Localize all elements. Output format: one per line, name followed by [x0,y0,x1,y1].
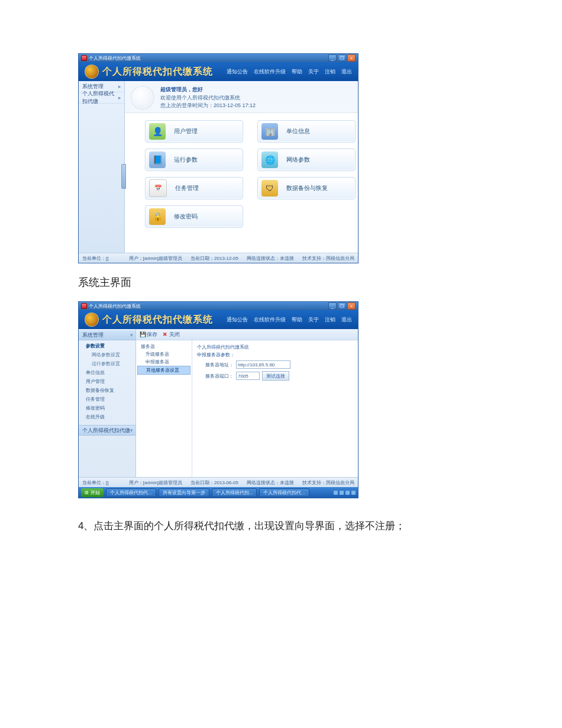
tray-icon [340,491,344,495]
book-icon: 📘 [149,152,166,168]
tile-label: 任务管理 [175,184,199,192]
server-port-input[interactable] [236,372,260,380]
tile-label: 数据备份与恢复 [286,184,328,192]
close-panel-button[interactable]: ✖ 关闭 [162,331,180,339]
link-exit[interactable]: 退出 [341,316,352,324]
status-support: 技术支持：国税信息分局 [302,479,354,486]
status-support: 技术支持：国税信息分局 [302,255,354,262]
link-notice[interactable]: 通知公告 [227,68,248,76]
taskbar-item[interactable]: 个人所得税代扣... [212,488,257,497]
server-address-input[interactable] [236,360,290,369]
tree-node-backup[interactable]: 数据备份恢复 [79,386,135,395]
windows-icon: ⊞ [85,490,89,495]
tree-node-pwd[interactable]: 修改密码 [79,404,135,413]
titlebar: 个人所得税代扣代缴系统 _ ▢ × [79,54,358,62]
sidebar-section-tax[interactable]: 个人所得税代扣代缴 ▾ [79,425,135,436]
chevron-right-icon: ▸ [118,83,121,89]
taskbar-item[interactable]: 个人所得税代扣代... [259,488,309,497]
start-button[interactable]: ⊞ 开始 [81,488,104,497]
taskbar-item[interactable]: 所有设置向导第一步 [159,488,209,497]
app-icon [81,303,87,309]
link-help[interactable]: 帮助 [292,68,302,76]
link-help[interactable]: 帮助 [292,316,302,324]
statusbar: 当前单位：[] 用户：[admin]超级管理员 当前日期：2013-06-05 … [79,477,358,487]
tile-run-params[interactable]: 📘 运行参数 [145,149,243,171]
link-logout[interactable]: 注销 [325,316,335,324]
tree-node-params[interactable]: 参数设置 [79,342,135,350]
sidebar: 系统管理 ▸ 个人所得税代扣代缴 ▸ [79,81,125,253]
min-button[interactable]: _ [328,302,337,310]
user-icon: 👤 [149,123,166,140]
window-title: 个人所得税代扣代缴系统 [89,55,141,62]
link-about[interactable]: 关于 [308,68,319,76]
tray-icon [351,491,356,495]
tree-node-user[interactable]: 用户管理 [79,377,135,386]
max-button[interactable]: ▢ [338,302,346,310]
system-tray[interactable] [334,491,356,495]
tray-icon [345,491,350,495]
app-title: 个人所得税代扣代缴系统 [102,314,227,326]
form-title: 个人所得税代扣代缴系统 [197,344,353,350]
save-icon: 💾 [140,331,146,337]
avatar-placeholder-icon [131,86,154,109]
tree-node-runparams[interactable]: 运行参数设置 [79,359,135,368]
toolbar-label: 保存 [147,331,157,339]
link-upgrade[interactable]: 在线软件升级 [254,68,286,76]
sidebar-item-label: 个人所得税代扣代缴 [82,90,118,105]
main-content: 💾 保存 ✖ 关闭 服务器 升级服务器 申报服务器 其他服务器设置 [136,329,358,477]
test-connection-button[interactable]: 测试连接 [262,371,289,381]
save-button[interactable]: 💾 保存 [140,331,157,339]
status-date: 当前日期：2013-06-05 [190,479,238,486]
lock-icon: 🔒 [149,208,166,225]
window-main-ui: 个人所得税代扣代缴系统 _ ▢ × 个人所得税代扣代缴系统 通知公告 在线软件升… [78,53,358,263]
link-upgrade[interactable]: 在线软件升级 [254,316,286,324]
link-about[interactable]: 关于 [308,316,319,324]
server-node-other[interactable]: 其他服务器设置 [137,366,190,375]
figure-caption: 系统主界面 [78,275,562,289]
sidebar-header[interactable]: 系统管理 ▾ [79,330,135,340]
tree-node-task[interactable]: 任务管理 [79,395,135,404]
sidebar-item-tax[interactable]: 个人所得税代扣代缴 ▸ [79,92,124,104]
app-title: 个人所得税代扣代缴系统 [102,66,227,78]
tile-label: 网络参数 [286,156,310,164]
link-exit[interactable]: 退出 [341,68,352,76]
min-button[interactable]: _ [328,54,337,62]
server-node-report[interactable]: 申报服务器 [137,358,190,366]
server-tree: 服务器 升级服务器 申报服务器 其他服务器设置 [136,340,192,477]
tile-label: 单位信息 [286,127,310,136]
collapse-handle[interactable] [121,164,126,189]
chevron-icon: ▾ [130,332,133,338]
close-button[interactable]: × [347,54,356,62]
server-node-upgrade[interactable]: 升级服务器 [137,350,190,358]
tile-task-mgmt[interactable]: 📅 任务管理 [145,177,243,199]
tile-unit-info[interactable]: 🏢 单位信息 [257,120,356,143]
welcome-line: 欢迎使用个人所得税代扣代缴系统 [160,94,256,102]
label-server-address: 服务器地址： [204,362,234,368]
main-content: 超级管理员，您好 欢迎使用个人所得税代扣代缴系统 您上次的登录时间为：2013-… [125,81,358,253]
start-label: 开始 [91,489,100,496]
banner-links: 通知公告 在线软件升级 帮助 关于 注销 退出 [227,316,358,324]
link-notice[interactable]: 通知公告 [227,316,248,324]
tile-label: 运行参数 [174,156,198,164]
tree-node-unit[interactable]: 单位信息 [79,368,135,377]
form-subtitle: 申报服务器参数： [197,352,353,358]
app-banner: 个人所得税代扣代缴系统 通知公告 在线软件升级 帮助 关于 注销 退出 [79,62,358,81]
tile-backup-restore[interactable]: 🛡 数据备份与恢复 [257,177,356,199]
tree-node-netparams[interactable]: 网络参数设置 [79,350,135,359]
server-node-root[interactable]: 服务器 [137,343,190,350]
close-button[interactable]: × [347,302,356,310]
tile-change-password[interactable]: 🔒 修改密码 [145,205,243,228]
link-logout[interactable]: 注销 [325,68,335,76]
statusbar: 当前单位：[] 用户：[admin]超级管理员 当前日期：2013-12-05 … [79,253,358,263]
status-unit: 当前单位：[] [82,255,108,262]
tile-user-mgmt[interactable]: 👤 用户管理 [145,120,243,143]
status-date: 当前日期：2013-12-05 [190,255,238,262]
taskbar-item[interactable]: 个人所得税代扣代... [106,488,156,497]
emblem-icon [85,313,99,327]
step-instruction: 4、点击主界面的个人所得税代扣代缴，出现设置向导界面，选择不注册； [78,519,562,533]
tile-net-params[interactable]: 🌐 网络参数 [257,149,356,171]
tree-node-upgrade[interactable]: 在线升级 [79,413,135,421]
max-button[interactable]: ▢ [338,54,346,62]
status-net: 网络连接状态：未连接 [247,479,294,486]
calendar-icon: 📅 [149,179,167,197]
